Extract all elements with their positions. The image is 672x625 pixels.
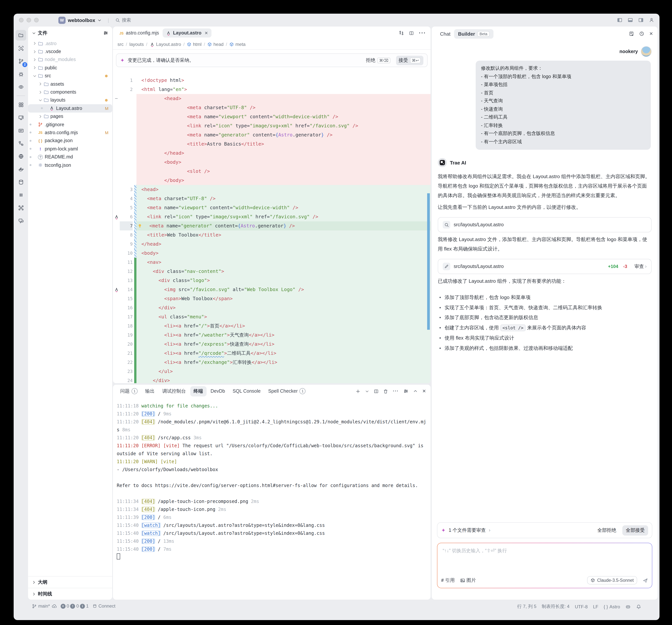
tree-item-pages[interactable]: pages: [28, 112, 112, 121]
user-avatar[interactable]: [641, 46, 651, 57]
terminal-tab-输出[interactable]: 输出: [142, 386, 158, 396]
terminal-tab-DevDb[interactable]: DevDb: [207, 387, 229, 396]
copilot-icon[interactable]: [625, 604, 631, 609]
tree-item-layouts[interactable]: layouts: [28, 96, 112, 104]
code-line-20[interactable]: 20 <li><a href="/express">快递查询</a></li>: [113, 340, 431, 349]
activity-drone-icon[interactable]: [16, 202, 26, 213]
editor-tab-Layout.astro[interactable]: Layout.astro✕: [162, 28, 211, 38]
tree-item-.astro[interactable]: .astro: [28, 40, 112, 48]
activity-remote-icon[interactable]: [16, 112, 26, 123]
status-item[interactable]: 行 7, 列 5: [517, 603, 536, 610]
code-line[interactable]: </head>: [113, 149, 431, 158]
db-connect-button[interactable]: Connect: [93, 603, 115, 609]
tree-item-assets[interactable]: assets: [28, 80, 112, 88]
code-line-19[interactable]: 19 <li><a href="/weather">天气查询</a></li>: [113, 331, 431, 340]
model-selector[interactable]: Claude-3.5-Sonnet: [587, 576, 637, 584]
breadcrumb-layouts[interactable]: layouts: [129, 42, 144, 47]
activity-hierarchy-icon[interactable]: [16, 138, 26, 149]
activity-output-card-icon[interactable]: [16, 125, 26, 136]
code-line-17[interactable]: 17 <ul class="menu">: [113, 312, 431, 321]
accept-all-button[interactable]: 全部接受: [622, 525, 648, 535]
tree-item-tsconfig.json[interactable]: tsconfig.json: [28, 161, 112, 169]
timeline-section[interactable]: 时间线: [28, 588, 112, 600]
activity-debug-icon[interactable]: [16, 69, 26, 79]
code-line-8[interactable]: 8 <title>Web Toolbox</title>: [113, 231, 431, 240]
breadcrumb-html[interactable]: html: [187, 42, 201, 47]
tab-chat[interactable]: Chat: [436, 29, 454, 39]
code-line-16[interactable]: 16 </div>: [113, 303, 431, 312]
activity-pause-icon[interactable]: [16, 190, 26, 200]
terminal-tab-调试控制台[interactable]: 调试控制台: [159, 386, 189, 396]
activity-files-icon[interactable]: [16, 30, 26, 41]
toggle-bottom-panel-button[interactable]: [628, 18, 633, 23]
minimize-window-button[interactable]: [26, 18, 31, 22]
breadcrumb-head[interactable]: head: [207, 42, 223, 47]
reject-changes-button[interactable]: 拒绝 ⌘⌫: [363, 55, 393, 65]
code-line[interactable]: </body>: [113, 176, 431, 185]
terminal-tab-Spell Checker[interactable]: Spell Checker1: [265, 386, 309, 396]
new-terminal-icon[interactable]: [356, 389, 361, 393]
terminal-tab-SQL Console[interactable]: SQL Console: [229, 387, 264, 396]
tree-item-node_modules[interactable]: node_modules: [28, 56, 112, 64]
code-line-13[interactable]: 13 <div class="logo">: [113, 276, 431, 285]
compare-icon[interactable]: [399, 30, 404, 35]
send-icon[interactable]: [643, 577, 648, 583]
chevron-down-icon[interactable]: [32, 31, 36, 35]
chevron-down-icon[interactable]: [365, 389, 369, 393]
activity-database-icon[interactable]: [16, 177, 26, 187]
explorer-filter-icon[interactable]: [103, 30, 109, 35]
toggle-right-panel-button[interactable]: [638, 18, 644, 23]
code-line-9[interactable]: 9</head>: [113, 240, 431, 249]
file-edit-card[interactable]: src/layouts/Layout.astro +104 -3 审查 ›: [438, 259, 651, 274]
tree-item-README.md[interactable]: ?README.md: [28, 153, 112, 161]
toggle-left-panel-button[interactable]: [617, 18, 622, 23]
project-switcher[interactable]: W webtoolbox | 搜索: [58, 17, 131, 24]
new-chat-icon[interactable]: [629, 31, 634, 37]
tree-item-src[interactable]: src: [28, 72, 112, 80]
history-icon[interactable]: [639, 31, 644, 37]
chat-input[interactable]: “↑↓” 切换历史输入，“⇧⏎” 换行 # 引用 图片 Claude-3.5-S…: [437, 543, 652, 588]
terminal-tab-问题[interactable]: 问题1: [117, 386, 141, 396]
terminal-tab-终端[interactable]: 终端: [190, 386, 207, 396]
editor-tab-astro.config.mjs[interactable]: JSastro.config.mjs: [116, 28, 162, 38]
terminal-output[interactable]: 11:11:18 watching for file changes...11:…: [113, 398, 431, 561]
split-editor-icon[interactable]: [409, 30, 414, 35]
language-mode[interactable]: { } Astro: [604, 604, 620, 609]
kill-terminal-icon[interactable]: [383, 389, 388, 393]
activity-extensions-icon[interactable]: [16, 99, 26, 110]
code-line-5[interactable]: 5 <meta name="viewport" content="width=d…: [113, 203, 431, 212]
activity-web-icon[interactable]: [16, 151, 26, 162]
breadcrumb-Layout.astro[interactable]: Layout.astro: [149, 42, 181, 47]
code-line[interactable]: <link rel="icon" type="image/svg+xml" hr…: [113, 121, 431, 130]
status-item[interactable]: LF: [593, 604, 598, 609]
code-line[interactable]: <body>: [113, 158, 431, 167]
window-controls[interactable]: [19, 18, 39, 22]
code-line-14[interactable]: 14 <img src="/favicon.svg" alt="Web Tool…: [113, 285, 431, 294]
split-terminal-icon[interactable]: [374, 389, 379, 393]
more-icon[interactable]: ···: [393, 388, 399, 394]
code-line-22[interactable]: 22 <li><a href="/exchange">汇率转换</a></li>: [113, 358, 431, 367]
code-line[interactable]: <meta charset="UTF-8" />: [113, 103, 431, 112]
file-read-card[interactable]: src/layouts/Layout.astro: [438, 217, 651, 232]
notifications-icon[interactable]: [636, 604, 641, 609]
code-line-2[interactable]: 2<html lang="en">: [113, 85, 431, 94]
account-icon[interactable]: [649, 18, 654, 23]
activity-search-icon[interactable]: [16, 43, 26, 53]
maximize-panel-icon[interactable]: [413, 389, 418, 393]
code-line-10[interactable]: 10<body>: [113, 249, 431, 258]
reject-all-button[interactable]: 全部拒绝: [594, 525, 619, 535]
editor-scrollbar[interactable]: [427, 193, 430, 330]
tree-item-package.json[interactable]: { }package.json: [28, 137, 112, 145]
tree-item-astro.config.mjs[interactable]: JSastro.config.mjsM: [28, 129, 112, 137]
tree-item-.gitignore[interactable]: .gitignore: [28, 121, 112, 129]
code-line[interactable]: − <head>: [113, 94, 431, 103]
terminal-settings-icon[interactable]: [403, 388, 409, 394]
code-line-18[interactable]: 18 <li><a href="/">首页</a></li>: [113, 321, 431, 331]
code-line-11[interactable]: 11 <nav>: [113, 258, 431, 267]
code-line[interactable]: <title>Astro Basics</title>: [113, 140, 431, 149]
code-line[interactable]: <slot />: [113, 167, 431, 176]
code-line-7[interactable]: 7 <meta name="generator" content={Astro.…: [113, 221, 431, 231]
status-item[interactable]: UTF-8: [575, 604, 588, 609]
code-line-1[interactable]: 1<!doctype html>: [113, 76, 431, 85]
code-line[interactable]: <meta name="generator" content={Astro.ge…: [113, 130, 431, 140]
